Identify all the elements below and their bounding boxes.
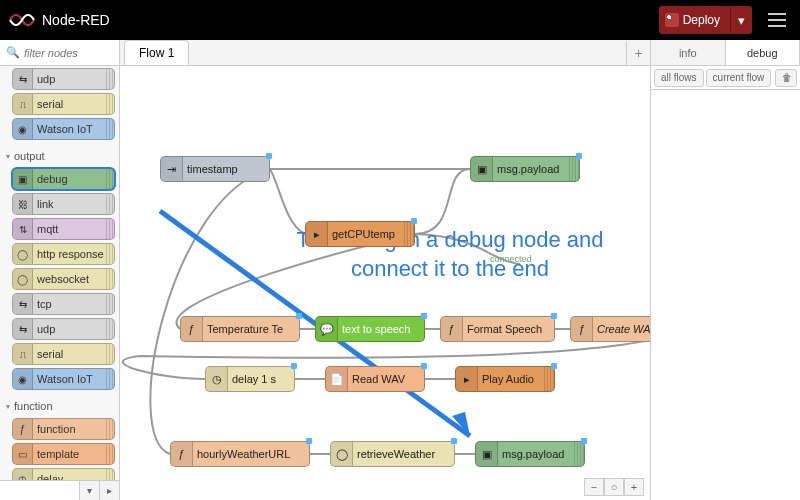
node-type-icon: ƒ [13,419,33,439]
sidebar-tab-info[interactable]: info [651,40,726,65]
palette-node-websocket[interactable]: ◯websocket [12,268,115,290]
flow-node-hourly[interactable]: ƒhourlyWeatherURL [170,441,310,467]
app-title: Node-RED [42,12,110,28]
palette-node-label: udp [37,73,55,85]
palette-node-link[interactable]: ⛓link [12,193,115,215]
palette-node-label: delay [37,473,63,480]
sidebar-tabs: info debug [651,40,800,66]
node-icon: ◯ [331,442,353,466]
node-type-icon: ⇆ [13,69,33,89]
palette-footer: ▾ ▸ [0,480,119,500]
palette-category-output[interactable]: output [0,146,119,166]
palette-category-function[interactable]: function [0,396,119,416]
palette-node-udp[interactable]: ⇆udp [12,68,115,90]
palette-node-debug[interactable]: ▣debug [12,168,115,190]
flow-node-retrieve[interactable]: ◯retrieveWeather [330,441,455,467]
palette-node-udp[interactable]: ⇆udp [12,318,115,340]
flow-node-wav[interactable]: ƒCreate WAV [570,316,650,342]
flow-node-msg1[interactable]: ▣msg.payload [470,156,580,182]
node-type-icon: ◷ [13,469,33,480]
palette-node-http-response[interactable]: ◯http response [12,243,115,265]
flow-node-label: timestamp [187,163,238,175]
flow-node-readwav[interactable]: 📄Read WAV [325,366,425,392]
flow-node-format[interactable]: ƒFormat Speech [440,316,555,342]
canvas-zoom-controls: − ○ + [584,478,644,496]
palette-node-delay[interactable]: ◷delay [12,468,115,480]
right-sidebar: info debug all flows current flow 🗑 [650,40,800,500]
zoom-in-button[interactable]: + [624,478,644,496]
flow-node-label: text to speech [342,323,411,335]
palette-node-Watson-IoT[interactable]: ◉Watson IoT [12,368,115,390]
flow-node-label: Temperature Te [207,323,283,335]
flow-node-tts[interactable]: 💬text to speech [315,316,425,342]
palette-node-label: function [37,423,76,435]
add-flow-button[interactable]: + [626,41,650,65]
palette-category-input-tail: ⇆udp⎍serial◉Watson IoT [0,66,119,146]
flow-node-label: Read WAV [352,373,405,385]
sidebar-tab-debug[interactable]: debug [726,40,801,65]
status-label: connected [490,254,532,264]
node-icon: ▣ [471,157,493,181]
deploy-menu-caret[interactable]: ▾ [730,6,752,34]
palette-node-serial[interactable]: ⎍serial [12,343,115,365]
palette-node-label: Watson IoT [37,373,93,385]
flow-node-label: msg.payload [497,163,559,175]
caret-down-icon: ▾ [738,13,745,28]
zoom-out-button[interactable]: − [584,478,604,496]
flow-node-getcpu[interactable]: ▸getCPUtemp [305,221,415,247]
node-type-icon: ◯ [13,244,33,264]
node-type-icon: ⎍ [13,344,33,364]
debug-clear-button[interactable]: 🗑 [775,69,797,87]
flow-node-msg2[interactable]: ▣msg.payload [475,441,585,467]
flow-wires [120,66,650,500]
flow-tab[interactable]: Flow 1 [124,40,189,65]
palette-node-label: websocket [37,273,89,285]
workspace: Flow 1 + [120,40,650,500]
node-icon: 📄 [326,367,348,391]
deploy-button[interactable]: Deploy [659,6,730,34]
flow-node-label: delay 1 s [232,373,276,385]
flow-node-delay[interactable]: ◷delay 1 s [205,366,295,392]
debug-filter-bar: all flows current flow 🗑 [651,66,800,90]
palette-collapse-button[interactable]: ▾ [79,481,99,501]
palette-node-mqtt[interactable]: ⇅mqtt [12,218,115,240]
flow-node-timestamp[interactable]: ⇥timestamp [160,156,270,182]
palette-node-serial[interactable]: ⎍serial [12,93,115,115]
flow-node-label: Format Speech [467,323,542,335]
palette-filter-input[interactable] [24,47,113,59]
node-type-icon: ▣ [13,169,33,189]
main-menu-button[interactable] [762,6,792,34]
palette-node-label: serial [37,98,63,110]
node-icon: ▸ [306,222,328,246]
palette-node-function[interactable]: ƒfunction [12,418,115,440]
app-logo-icon [8,12,36,28]
zoom-reset-button[interactable]: ○ [604,478,624,496]
debug-filter-all[interactable]: all flows [654,69,704,87]
palette-node-label: tcp [37,298,52,310]
flow-canvas[interactable]: Then drag in a debug node and connect it… [120,66,650,500]
node-icon: 💬 [316,317,338,341]
node-type-icon: ⇆ [13,294,33,314]
node-icon: ▸ [456,367,478,391]
node-icon: ƒ [171,442,193,466]
palette-node-template[interactable]: ▭template [12,443,115,465]
node-type-icon: ⛓ [13,194,33,214]
flow-node-label: Play Audio [482,373,534,385]
palette-node-tcp[interactable]: ⇆tcp [12,293,115,315]
flow-node-play[interactable]: ▸Play Audio [455,366,555,392]
palette-node-label: link [37,198,54,210]
node-icon: ⇥ [161,157,183,181]
palette-expand-button[interactable]: ▸ [99,481,119,501]
debug-filter-current[interactable]: current flow [706,69,772,87]
node-type-icon: ⇅ [13,219,33,239]
palette-node-label: debug [37,173,68,185]
node-type-icon: ⎍ [13,94,33,114]
app-header: Node-RED Deploy ▾ [0,0,800,40]
palette-filter[interactable]: 🔍 [0,40,119,66]
palette-node-Watson-IoT[interactable]: ◉Watson IoT [12,118,115,140]
palette-node-label: template [37,448,79,460]
node-icon: ▣ [476,442,498,466]
flow-node-temptext[interactable]: ƒTemperature Te [180,316,300,342]
node-type-icon: ⇆ [13,319,33,339]
palette-node-label: mqtt [37,223,58,235]
